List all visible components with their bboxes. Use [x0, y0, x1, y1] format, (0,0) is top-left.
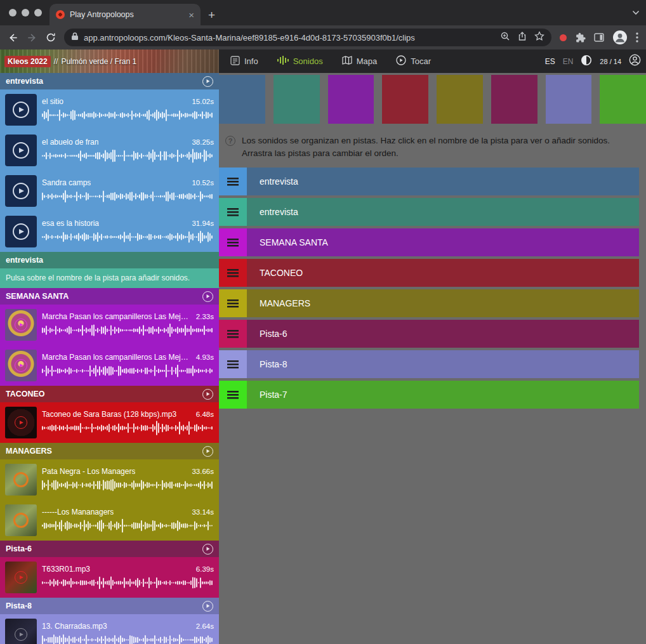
close-window-button[interactable]: [9, 9, 16, 16]
track-title[interactable]: SEMANA SANTA: [6, 292, 197, 301]
lock-icon[interactable]: [71, 32, 79, 43]
extensions-puzzle-icon[interactable]: [575, 32, 586, 43]
clip-thumbnail[interactable]: [5, 309, 37, 341]
track-row-label[interactable]: TACONEO: [247, 259, 639, 287]
clip-row[interactable]: 13. Charradas.mp32.64s: [0, 614, 219, 644]
track-row[interactable]: entrevista: [219, 198, 639, 226]
clip-row[interactable]: ------Los Mananagers33.14s: [0, 500, 219, 541]
track-play-button[interactable]: [202, 544, 213, 555]
track-row-label[interactable]: entrevista: [247, 168, 639, 195]
track-play-button[interactable]: [202, 446, 213, 457]
track-row-label[interactable]: entrevista: [247, 198, 639, 226]
clip-waveform[interactable]: [42, 323, 214, 338]
clip-row[interactable]: esa es la historia31.94s: [0, 211, 219, 252]
minimize-window-button[interactable]: [22, 9, 29, 16]
back-button[interactable]: [8, 32, 18, 43]
track-row-label[interactable]: Pista-6: [247, 320, 639, 348]
url-text[interactable]: app.antropoloops.com/Kleos-Santa-Marina/…: [84, 33, 495, 43]
track-header[interactable]: TACONEO: [0, 386, 219, 402]
browser-tab[interactable]: Play Antropoloops ×: [49, 4, 201, 25]
clip-thumbnail[interactable]: [5, 350, 37, 381]
clip-row[interactable]: T633R01.mp36.39s: [0, 557, 219, 598]
clip-thumbnail[interactable]: [5, 619, 37, 644]
clip-waveform[interactable]: [42, 108, 214, 122]
drag-handle[interactable]: [219, 381, 247, 409]
clip-row[interactable]: Marcha Pasan los campanilleros Las Mejor…: [0, 345, 219, 386]
clip-waveform[interactable]: [42, 478, 214, 492]
zoom-icon[interactable]: [500, 31, 510, 44]
track-title[interactable]: entrevista: [6, 77, 197, 86]
track-header[interactable]: MANAGERS: [0, 443, 219, 459]
track-header[interactable]: SEMANA SANTA: [0, 288, 219, 305]
clip-waveform[interactable]: [42, 364, 214, 378]
track-swatch[interactable]: [274, 75, 320, 124]
track-row-label[interactable]: SEMANA SANTA: [247, 228, 639, 256]
track-header[interactable]: Pista-6: [0, 541, 219, 557]
track-row[interactable]: SEMANA SANTA: [219, 228, 639, 256]
track-row[interactable]: TACONEO: [219, 259, 639, 287]
track-row-label[interactable]: Pista-8: [247, 350, 639, 378]
clip-thumbnail[interactable]: [5, 562, 37, 593]
track-header[interactable]: Pista-8: [0, 598, 219, 614]
track-play-button[interactable]: [202, 76, 213, 87]
clip-waveform[interactable]: [42, 575, 214, 590]
breadcrumb-path[interactable]: Pulmón verde / Fran 1: [61, 57, 136, 66]
drag-handle[interactable]: [219, 168, 247, 195]
maximize-window-button[interactable]: [34, 9, 42, 16]
clip-row[interactable]: el sitio15.02s: [0, 89, 219, 130]
clip-row[interactable]: el abuelo de fran38.25s: [0, 130, 219, 171]
track-header[interactable]: entrevista: [0, 73, 219, 89]
track-row[interactable]: MANAGERS: [219, 289, 639, 317]
tab-tocar[interactable]: Tocar: [396, 55, 431, 67]
lang-es-button[interactable]: ES: [545, 57, 555, 66]
project-cover-photo[interactable]: Kleos 2022 // Pulmón verde / Fran 1: [0, 49, 219, 73]
drag-handle[interactable]: [219, 289, 247, 317]
track-title[interactable]: TACONEO: [6, 390, 197, 398]
drag-handle[interactable]: [219, 320, 247, 348]
clip-play-button[interactable]: [5, 135, 37, 166]
track-play-button[interactable]: [202, 291, 213, 302]
tab-info[interactable]: Info: [230, 56, 258, 67]
track-swatch[interactable]: [328, 75, 374, 124]
track-swatch[interactable]: [491, 75, 537, 124]
side-panel-icon[interactable]: [594, 33, 604, 42]
clip-thumbnail[interactable]: [5, 504, 37, 536]
track-row-label[interactable]: MANAGERS: [247, 289, 639, 317]
track-title[interactable]: Pista-6: [6, 544, 197, 553]
tab-sonidos[interactable]: Sonidos: [277, 56, 323, 67]
clip-row[interactable]: Sandra camps10.52s: [0, 171, 219, 211]
track-row[interactable]: Pista-8: [219, 350, 639, 378]
recording-extension-icon[interactable]: [560, 34, 567, 41]
bookmark-star-icon[interactable]: [534, 31, 544, 44]
clip-waveform[interactable]: [42, 148, 214, 163]
track-row[interactable]: Pista-6: [219, 320, 639, 348]
new-tab-button[interactable]: +: [208, 9, 215, 21]
clip-waveform[interactable]: [42, 230, 214, 244]
track-title[interactable]: entrevista: [6, 256, 213, 265]
drag-handle[interactable]: [219, 259, 247, 287]
track-row-label[interactable]: Pista-7: [247, 381, 639, 409]
track-title[interactable]: MANAGERS: [6, 447, 197, 456]
breadcrumb-project[interactable]: Kleos 2022: [4, 56, 51, 67]
clip-row[interactable]: Taconeo de Sara Baras (128 kbps).mp36.48…: [0, 402, 219, 443]
tab-mapa[interactable]: Mapa: [342, 56, 378, 67]
track-swatch[interactable]: [600, 75, 646, 124]
clip-row[interactable]: Marcha Pasan los campanilleros Las Mejor…: [0, 305, 219, 345]
account-icon[interactable]: [629, 54, 641, 69]
profile-avatar[interactable]: [612, 30, 628, 45]
browser-menu-icon[interactable]: [636, 32, 638, 43]
track-play-button[interactable]: [202, 601, 213, 612]
clip-waveform[interactable]: [42, 518, 214, 533]
track-swatch[interactable]: [437, 75, 483, 124]
track-row[interactable]: Pista-7: [219, 381, 639, 409]
clip-waveform[interactable]: [42, 421, 214, 435]
drag-handle[interactable]: [219, 350, 247, 378]
track-swatch[interactable]: [219, 75, 265, 124]
track-header[interactable]: entrevista: [0, 252, 219, 268]
lang-en-button[interactable]: EN: [563, 57, 574, 66]
track-swatch[interactable]: [546, 75, 592, 124]
clip-thumbnail[interactable]: [5, 407, 37, 438]
track-swatch[interactable]: [382, 75, 428, 124]
clip-row[interactable]: Pata Negra - Los Managers33.66s: [0, 459, 219, 500]
track-play-button[interactable]: [202, 389, 213, 400]
